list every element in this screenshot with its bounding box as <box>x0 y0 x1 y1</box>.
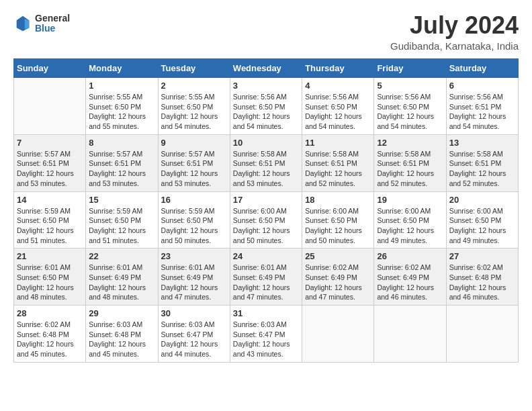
week-row-3: 14Sunrise: 5:59 AMSunset: 6:50 PMDayligh… <box>14 191 519 248</box>
calendar-header: SundayMondayTuesdayWednesdayThursdayFrid… <box>14 59 519 78</box>
day-number: 25 <box>305 251 371 261</box>
day-info: Sunrise: 6:00 AMSunset: 6:50 PMDaylight:… <box>233 206 299 246</box>
day-number: 12 <box>377 138 443 148</box>
day-info: Sunrise: 5:56 AMSunset: 6:50 PMDaylight:… <box>377 92 443 132</box>
day-info: Sunrise: 6:00 AMSunset: 6:50 PMDaylight:… <box>449 206 515 246</box>
column-header-wednesday: Wednesday <box>230 59 302 78</box>
day-info: Sunrise: 5:57 AMSunset: 6:51 PMDaylight:… <box>17 149 83 189</box>
calendar-cell <box>302 306 374 363</box>
day-info: Sunrise: 6:03 AMSunset: 6:48 PMDaylight:… <box>89 320 154 359</box>
calendar-cell: 11Sunrise: 5:58 AMSunset: 6:51 PMDayligh… <box>302 134 374 191</box>
calendar-cell: 31Sunrise: 6:03 AMSunset: 6:47 PMDayligh… <box>230 306 302 363</box>
day-number: 1 <box>89 81 154 91</box>
calendar-cell: 7Sunrise: 5:57 AMSunset: 6:51 PMDaylight… <box>14 134 86 191</box>
column-header-saturday: Saturday <box>446 59 518 78</box>
week-row-5: 28Sunrise: 6:02 AMSunset: 6:48 PMDayligh… <box>14 306 519 363</box>
week-row-2: 7Sunrise: 5:57 AMSunset: 6:51 PMDaylight… <box>14 134 519 191</box>
calendar-cell: 8Sunrise: 5:57 AMSunset: 6:51 PMDaylight… <box>86 134 158 191</box>
logo-general: General <box>35 13 70 24</box>
calendar-cell: 22Sunrise: 6:01 AMSunset: 6:49 PMDayligh… <box>86 248 158 306</box>
calendar-cell: 1Sunrise: 5:55 AMSunset: 6:50 PMDaylight… <box>86 78 158 135</box>
week-row-4: 21Sunrise: 6:01 AMSunset: 6:50 PMDayligh… <box>14 248 519 306</box>
day-number: 11 <box>305 138 371 148</box>
svg-marker-1 <box>25 19 30 30</box>
column-header-tuesday: Tuesday <box>158 59 230 78</box>
calendar-cell: 24Sunrise: 6:01 AMSunset: 6:49 PMDayligh… <box>230 248 302 306</box>
column-header-friday: Friday <box>374 59 446 78</box>
logo-text: General Blue <box>35 13 70 34</box>
day-info: Sunrise: 5:59 AMSunset: 6:50 PMDaylight:… <box>17 206 83 246</box>
location-subtitle: Gudibanda, Karnataka, India <box>390 40 519 52</box>
day-info: Sunrise: 5:59 AMSunset: 6:50 PMDaylight:… <box>161 206 227 246</box>
logo-icon <box>13 14 32 33</box>
title-block: July 2024 Gudibanda, Karnataka, India <box>390 13 519 52</box>
day-info: Sunrise: 6:02 AMSunset: 6:49 PMDaylight:… <box>377 263 443 302</box>
column-header-thursday: Thursday <box>302 59 374 78</box>
day-number: 10 <box>233 138 299 148</box>
day-info: Sunrise: 5:58 AMSunset: 6:51 PMDaylight:… <box>449 149 515 189</box>
calendar-cell: 4Sunrise: 5:56 AMSunset: 6:50 PMDaylight… <box>302 78 374 135</box>
day-info: Sunrise: 5:59 AMSunset: 6:50 PMDaylight:… <box>89 206 154 246</box>
day-info: Sunrise: 5:55 AMSunset: 6:50 PMDaylight:… <box>161 92 227 132</box>
day-info: Sunrise: 6:01 AMSunset: 6:49 PMDaylight:… <box>161 263 227 302</box>
calendar-body: 1Sunrise: 5:55 AMSunset: 6:50 PMDaylight… <box>14 78 519 363</box>
header-row: SundayMondayTuesdayWednesdayThursdayFrid… <box>14 59 519 78</box>
day-number: 2 <box>161 81 227 91</box>
day-info: Sunrise: 6:02 AMSunset: 6:48 PMDaylight:… <box>449 263 515 302</box>
logo: General Blue <box>13 13 70 34</box>
calendar-cell: 3Sunrise: 5:56 AMSunset: 6:50 PMDaylight… <box>230 78 302 135</box>
calendar-cell: 25Sunrise: 6:02 AMSunset: 6:49 PMDayligh… <box>302 248 374 306</box>
day-info: Sunrise: 6:00 AMSunset: 6:50 PMDaylight:… <box>305 206 371 246</box>
day-info: Sunrise: 6:01 AMSunset: 6:49 PMDaylight:… <box>233 263 299 302</box>
day-number: 14 <box>17 195 83 205</box>
day-number: 23 <box>161 251 227 261</box>
calendar-cell: 28Sunrise: 6:02 AMSunset: 6:48 PMDayligh… <box>14 306 86 363</box>
calendar-cell: 12Sunrise: 5:58 AMSunset: 6:51 PMDayligh… <box>374 134 446 191</box>
day-number: 24 <box>233 251 299 261</box>
day-number: 27 <box>449 251 515 261</box>
day-info: Sunrise: 5:58 AMSunset: 6:51 PMDaylight:… <box>305 149 371 189</box>
calendar-cell: 9Sunrise: 5:57 AMSunset: 6:51 PMDaylight… <box>158 134 230 191</box>
calendar-cell: 29Sunrise: 6:03 AMSunset: 6:48 PMDayligh… <box>86 306 158 363</box>
column-header-sunday: Sunday <box>14 59 86 78</box>
day-info: Sunrise: 5:57 AMSunset: 6:51 PMDaylight:… <box>89 149 154 189</box>
day-number: 20 <box>449 195 515 205</box>
day-number: 9 <box>161 138 227 148</box>
day-number: 13 <box>449 138 515 148</box>
day-number: 21 <box>17 251 83 261</box>
calendar-cell <box>374 306 446 363</box>
calendar-cell: 14Sunrise: 5:59 AMSunset: 6:50 PMDayligh… <box>14 191 86 248</box>
day-number: 8 <box>89 138 154 148</box>
day-info: Sunrise: 5:56 AMSunset: 6:51 PMDaylight:… <box>449 92 515 132</box>
calendar-cell: 19Sunrise: 6:00 AMSunset: 6:50 PMDayligh… <box>374 191 446 248</box>
day-info: Sunrise: 5:56 AMSunset: 6:50 PMDaylight:… <box>233 92 299 132</box>
day-number: 3 <box>233 81 299 91</box>
day-info: Sunrise: 6:03 AMSunset: 6:47 PMDaylight:… <box>161 320 227 359</box>
day-info: Sunrise: 5:55 AMSunset: 6:50 PMDaylight:… <box>89 92 154 132</box>
day-info: Sunrise: 6:03 AMSunset: 6:47 PMDaylight:… <box>233 320 299 359</box>
logo-blue: Blue <box>35 24 70 34</box>
day-number: 18 <box>305 195 371 205</box>
calendar-cell: 18Sunrise: 6:00 AMSunset: 6:50 PMDayligh… <box>302 191 374 248</box>
calendar-cell: 13Sunrise: 5:58 AMSunset: 6:51 PMDayligh… <box>446 134 518 191</box>
calendar-cell: 23Sunrise: 6:01 AMSunset: 6:49 PMDayligh… <box>158 248 230 306</box>
day-info: Sunrise: 5:57 AMSunset: 6:51 PMDaylight:… <box>161 149 227 189</box>
day-number: 16 <box>161 195 227 205</box>
day-number: 5 <box>377 81 443 91</box>
day-number: 7 <box>17 138 83 148</box>
day-number: 4 <box>305 81 371 91</box>
month-year-title: July 2024 <box>390 13 519 38</box>
calendar-cell <box>446 306 518 363</box>
calendar-cell: 30Sunrise: 6:03 AMSunset: 6:47 PMDayligh… <box>158 306 230 363</box>
column-header-monday: Monday <box>86 59 158 78</box>
calendar-cell: 26Sunrise: 6:02 AMSunset: 6:49 PMDayligh… <box>374 248 446 306</box>
day-number: 28 <box>17 308 83 318</box>
calendar-cell: 27Sunrise: 6:02 AMSunset: 6:48 PMDayligh… <box>446 248 518 306</box>
calendar-cell: 10Sunrise: 5:58 AMSunset: 6:51 PMDayligh… <box>230 134 302 191</box>
day-info: Sunrise: 6:00 AMSunset: 6:50 PMDaylight:… <box>377 206 443 246</box>
day-number: 31 <box>233 308 299 318</box>
day-number: 19 <box>377 195 443 205</box>
calendar-cell: 5Sunrise: 5:56 AMSunset: 6:50 PMDaylight… <box>374 78 446 135</box>
day-number: 30 <box>161 308 227 318</box>
day-number: 29 <box>89 308 154 318</box>
